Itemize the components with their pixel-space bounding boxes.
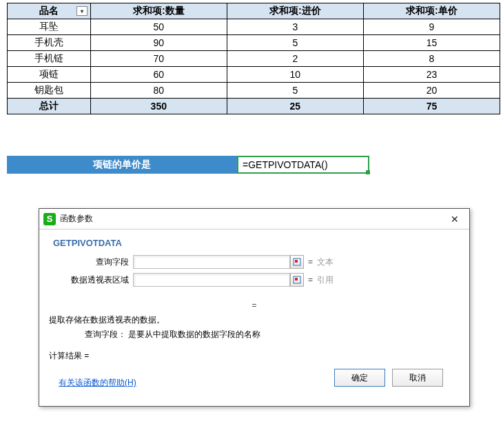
- param-row-pivot-table: 数据透视表区域 = 引用: [49, 272, 460, 288]
- cell-price: 9: [363, 19, 500, 35]
- table-row[interactable]: 钥匙包 80 5 20: [8, 83, 500, 99]
- cell-cost: 3: [227, 19, 363, 35]
- pivot-header-name[interactable]: 品名 ▾: [8, 3, 91, 19]
- pivot-table: 品名 ▾ 求和项:数量 求和项:进价 求和项:单价 耳坠 50 3 9 手机壳 …: [7, 3, 500, 114]
- total-price: 75: [363, 99, 500, 114]
- dialog-footer: 有关该函数的帮助(H) 确定 取消: [49, 369, 460, 396]
- cell-cost: 5: [227, 35, 363, 51]
- param-hint: 文本: [317, 256, 333, 268]
- param-label: 查询字段: [49, 256, 133, 268]
- dialog-title: 函数参数: [60, 213, 444, 225]
- result-preview-eq: =: [49, 301, 460, 310]
- table-row[interactable]: 手机壳 90 5 15: [8, 35, 500, 51]
- equals-sign: =: [308, 275, 313, 285]
- dialog-titlebar[interactable]: S 函数参数 ✕: [39, 209, 469, 230]
- range-picker-icon: [293, 276, 301, 284]
- svg-rect-3: [295, 278, 298, 281]
- cell-price: 15: [363, 35, 500, 51]
- dropdown-icon[interactable]: ▾: [76, 6, 88, 16]
- cell-price: 20: [363, 83, 500, 99]
- pivot-header-qty[interactable]: 求和项:数量: [90, 3, 227, 19]
- dialog-body: GETPIVOTDATA 查询字段 = 文本 数据透视表区域 = 引用 = 提取…: [39, 230, 469, 406]
- total-cost: 25: [227, 99, 363, 114]
- close-button[interactable]: ✕: [444, 212, 465, 227]
- svg-rect-1: [295, 260, 298, 263]
- ok-button[interactable]: 确定: [334, 369, 385, 387]
- param-row-data-field: 查询字段 = 文本: [49, 254, 460, 270]
- cell-name: 耳坠: [8, 19, 91, 35]
- param-label: 数据透视表区域: [49, 274, 133, 286]
- cell-price: 23: [363, 67, 500, 83]
- cell-cost: 5: [227, 83, 363, 99]
- range-picker-button[interactable]: [290, 255, 304, 269]
- pivot-body: 耳坠 50 3 9 手机壳 90 5 15 手机链 70 2 8 项链 60 1…: [8, 19, 500, 99]
- pivot-header-label: 品名: [39, 5, 59, 16]
- active-formula-cell[interactable]: =GETPIVOTDATA(): [237, 156, 369, 174]
- function-arguments-dialog: S 函数参数 ✕ GETPIVOTDATA 查询字段 = 文本 数据透视表区域 …: [39, 208, 470, 407]
- param-input-data-field[interactable]: [133, 255, 290, 269]
- formula-row: 项链的单价是 =GETPIVOTDATA(): [7, 156, 503, 174]
- cell-qty: 50: [90, 19, 227, 35]
- total-qty: 350: [90, 99, 227, 114]
- cell-name: 项链: [8, 67, 91, 83]
- cell-qty: 90: [90, 35, 227, 51]
- cancel-button[interactable]: 取消: [392, 369, 443, 387]
- cell-name: 钥匙包: [8, 83, 91, 99]
- cell-price: 8: [363, 51, 500, 67]
- question-label: 项链的单价是: [7, 156, 237, 174]
- cell-qty: 70: [90, 51, 227, 67]
- close-icon: ✕: [451, 214, 459, 225]
- calc-result-label: 计算结果 =: [49, 350, 460, 362]
- param-input-pivot-table[interactable]: [133, 273, 290, 287]
- range-picker-icon: [293, 258, 301, 266]
- cell-cost: 2: [227, 51, 363, 67]
- cell-name: 手机链: [8, 51, 91, 67]
- table-row[interactable]: 耳坠 50 3 9: [8, 19, 500, 35]
- equals-sign: =: [308, 257, 313, 267]
- table-row[interactable]: 项链 60 10 23: [8, 67, 500, 83]
- app-icon: S: [43, 213, 56, 225]
- cell-cost: 10: [227, 67, 363, 83]
- param-description: 查询字段： 是要从中提取数据的数据字段的名称: [85, 329, 460, 340]
- table-row[interactable]: 手机链 70 2 8: [8, 51, 500, 67]
- function-description: 提取存储在数据透视表的数据。: [49, 314, 460, 326]
- cell-qty: 60: [90, 67, 227, 83]
- range-picker-button[interactable]: [290, 273, 304, 287]
- pivot-header-cost[interactable]: 求和项:进价: [227, 3, 363, 19]
- pivot-header-price[interactable]: 求和项:单价: [363, 3, 500, 19]
- param-hint: 引用: [317, 274, 333, 286]
- cell-name: 手机壳: [8, 35, 91, 51]
- function-name: GETPIVOTDATA: [53, 238, 460, 248]
- total-label: 总计: [8, 99, 91, 114]
- help-link[interactable]: 有关该函数的帮助(H): [59, 377, 136, 389]
- cell-qty: 80: [90, 83, 227, 99]
- pivot-total-row[interactable]: 总计 350 25 75: [8, 99, 500, 114]
